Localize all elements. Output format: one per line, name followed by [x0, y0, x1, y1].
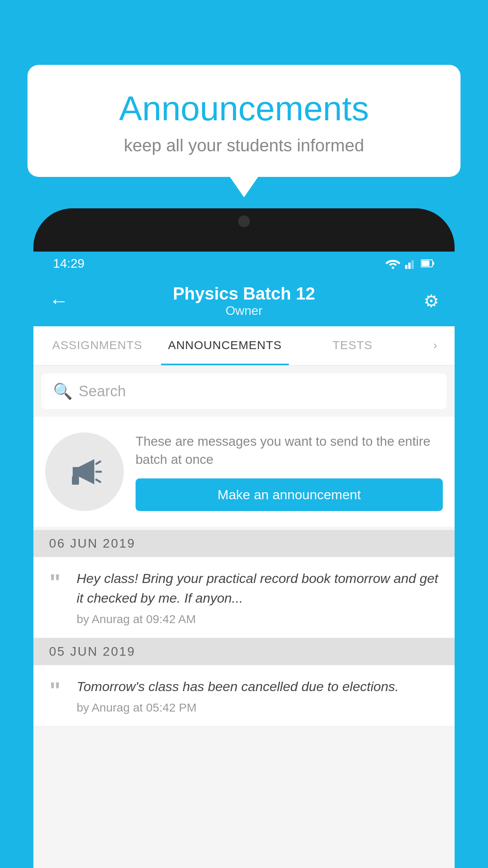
- svg-marker-8: [79, 459, 94, 484]
- app-bar-title: Physics Batch 12: [173, 284, 315, 303]
- announcement-body-2: Tomorrow's class has been cancelled due …: [77, 677, 443, 696]
- speech-bubble-title: Announcements: [47, 88, 441, 129]
- announcement-item-2[interactable]: " Tomorrow's class has been cancelled du…: [33, 665, 455, 726]
- svg-rect-9: [72, 476, 79, 485]
- tab-more[interactable]: ›: [416, 326, 455, 365]
- announcement-meta-2: by Anurag at 05:42 PM: [77, 701, 443, 714]
- screen-content: 🔍 Search These are messages you want to …: [33, 366, 455, 868]
- announcement-text-2: Tomorrow's class has been cancelled due …: [77, 677, 443, 714]
- announcement-text-1: Hey class! Bring your practical record b…: [77, 569, 443, 626]
- phone-notch: [205, 208, 283, 234]
- svg-marker-7: [73, 467, 79, 476]
- tab-assignments[interactable]: ASSIGNMENTS: [33, 326, 161, 365]
- tab-tests[interactable]: TESTS: [289, 326, 416, 365]
- tab-announcements[interactable]: ANNOUNCEMENTS: [161, 326, 289, 365]
- date-separator-2: 05 JUN 2019: [33, 638, 455, 665]
- date-separator-1: 06 JUN 2019: [33, 530, 455, 557]
- svg-point-0: [392, 267, 394, 269]
- speech-bubble-subtitle: keep all your students informed: [47, 136, 441, 155]
- announcement-item-1[interactable]: " Hey class! Bring your practical record…: [33, 557, 455, 638]
- search-bar[interactable]: 🔍 Search: [41, 373, 447, 409]
- megaphone-icon: [65, 452, 104, 491]
- promo-description: These are messages you want to send to t…: [136, 432, 443, 469]
- svg-line-10: [96, 462, 100, 464]
- quote-icon-2: ": [41, 677, 69, 702]
- svg-rect-3: [411, 260, 414, 269]
- status-time: 14:29: [53, 256, 84, 271]
- status-bar: 14:29: [33, 252, 455, 275]
- make-announcement-button[interactable]: Make an announcement: [136, 478, 443, 511]
- svg-line-12: [96, 480, 100, 482]
- search-placeholder: Search: [79, 383, 126, 400]
- quote-icon-1: ": [41, 569, 69, 594]
- svg-rect-1: [405, 265, 407, 269]
- gear-button[interactable]: ⚙: [424, 291, 439, 311]
- announcement-icon-circle: [45, 432, 124, 511]
- svg-rect-2: [408, 263, 411, 269]
- app-bar-title-group: Physics Batch 12 Owner: [173, 284, 315, 318]
- promo-block: These are messages you want to send to t…: [33, 417, 455, 527]
- announcement-meta-1: by Anurag at 09:42 AM: [77, 612, 443, 626]
- status-icons: [385, 258, 435, 269]
- wifi-icon: [385, 258, 400, 269]
- announcement-body-1: Hey class! Bring your practical record b…: [77, 569, 443, 608]
- speech-bubble: Announcements keep all your students inf…: [28, 65, 460, 177]
- tab-bar: ASSIGNMENTS ANNOUNCEMENTS TESTS ›: [33, 326, 455, 366]
- signal-icon: [405, 258, 416, 269]
- search-icon: 🔍: [53, 382, 73, 401]
- battery-icon: [421, 259, 435, 268]
- phone-frame: 14:29 ← Physics Batch: [33, 208, 455, 868]
- app-bar: ← Physics Batch 12 Owner ⚙: [33, 275, 455, 326]
- svg-rect-6: [422, 261, 429, 266]
- phone-camera: [238, 215, 250, 227]
- promo-right: These are messages you want to send to t…: [136, 432, 443, 511]
- phone-notch-area: [33, 208, 455, 252]
- app-bar-subtitle: Owner: [173, 303, 315, 318]
- svg-rect-5: [433, 262, 434, 265]
- back-button[interactable]: ←: [49, 291, 69, 311]
